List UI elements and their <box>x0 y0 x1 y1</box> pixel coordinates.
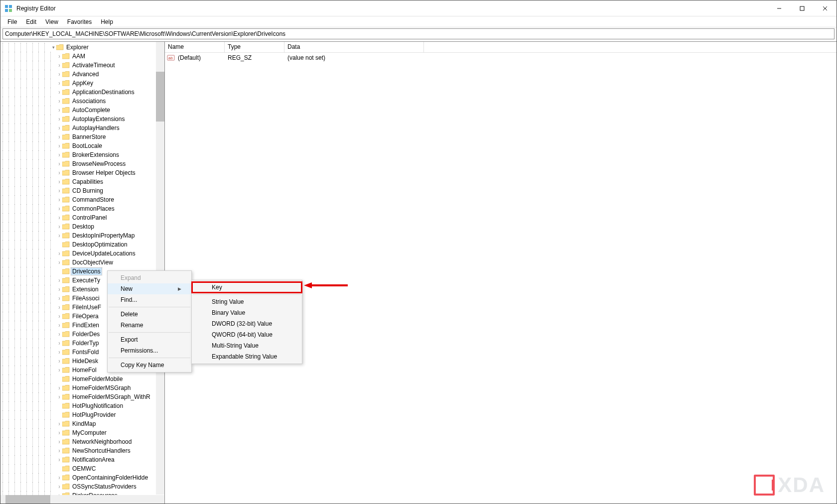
submenu-item[interactable]: Expandable String Value <box>192 351 302 362</box>
twisty-icon[interactable]: › <box>56 448 62 453</box>
twisty-icon[interactable]: › <box>56 63 62 68</box>
tree-node[interactable]: DesktopOptimization <box>2 240 164 249</box>
twisty-icon[interactable]: › <box>56 81 62 86</box>
twisty-icon[interactable]: › <box>56 161 62 166</box>
tree-node[interactable]: ›KindMap <box>2 419 164 428</box>
twisty-icon[interactable]: › <box>56 224 62 229</box>
twisty-icon[interactable]: › <box>56 54 62 59</box>
tree-node[interactable]: ›DocObjectView <box>2 258 164 267</box>
tree-node[interactable]: ›AutoplayHandlers <box>2 124 164 132</box>
column-name[interactable]: Name <box>165 42 225 52</box>
close-button[interactable] <box>814 0 837 16</box>
twisty-icon[interactable]: › <box>56 126 62 130</box>
submenu-item[interactable]: Binary Value <box>192 307 302 318</box>
tree-node[interactable]: ›ApplicationDestinations <box>2 88 164 97</box>
values-pane[interactable]: Name Type Data ab (Default) REG_SZ (valu… <box>165 42 837 504</box>
twisty-icon[interactable]: › <box>56 359 62 364</box>
twisty-icon[interactable]: › <box>56 206 62 211</box>
tree-node[interactable]: ›OpenContainingFolderHidde <box>2 473 164 482</box>
twisty-icon[interactable]: › <box>56 251 62 256</box>
submenu-item[interactable]: QWORD (64-bit) Value <box>192 329 302 340</box>
tree-node[interactable]: ›Advanced <box>2 70 164 79</box>
twisty-icon[interactable]: › <box>56 350 62 355</box>
twisty-icon[interactable]: › <box>56 143 62 148</box>
new-submenu[interactable]: KeyString ValueBinary ValueDWORD (32-bit… <box>191 280 302 364</box>
tree-node[interactable]: ›DesktopIniPropertyMap <box>2 231 164 240</box>
tree-vscroll-thumb[interactable] <box>156 72 164 122</box>
twisty-icon[interactable]: › <box>56 305 62 310</box>
twisty-icon[interactable]: › <box>56 188 62 193</box>
address-bar[interactable]: Computer\HKEY_LOCAL_MACHINE\SOFTWARE\Mic… <box>2 28 835 39</box>
twisty-icon[interactable]: › <box>56 341 62 346</box>
submenu-item[interactable]: DWORD (32-bit) Value <box>192 318 302 329</box>
tree-hscrollbar[interactable] <box>0 495 156 504</box>
twisty-icon[interactable]: › <box>56 278 62 283</box>
menu-file[interactable]: File <box>3 17 21 26</box>
minimize-button[interactable] <box>768 0 791 16</box>
tree-node[interactable]: ›AutoComplete <box>2 106 164 115</box>
twisty-icon[interactable]: › <box>56 332 62 337</box>
tree-node[interactable]: OEMWC <box>2 464 164 473</box>
twisty-icon[interactable]: › <box>56 430 62 435</box>
tree-node[interactable]: ›MyComputer <box>2 428 164 437</box>
twisty-icon[interactable]: › <box>56 394 62 399</box>
tree-node[interactable]: ›BannerStore <box>2 132 164 141</box>
submenu-item[interactable]: String Value <box>192 296 302 307</box>
twisty-icon[interactable]: › <box>56 179 62 184</box>
context-menu-item[interactable]: Permissions... <box>108 345 191 356</box>
value-row[interactable]: ab (Default) REG_SZ (value not set) <box>165 53 837 63</box>
twisty-icon[interactable]: › <box>56 421 62 426</box>
tree-node[interactable]: ›NotificationArea <box>2 455 164 464</box>
tree-node[interactable]: ›CommandStore <box>2 195 164 204</box>
context-menu-item[interactable]: Find... <box>108 294 191 305</box>
submenu-item[interactable]: Key <box>192 282 302 293</box>
tree-node[interactable]: ›NetworkNeighborhood <box>2 437 164 446</box>
tree-vscrollbar[interactable] <box>156 42 164 495</box>
tree-node[interactable]: ›Associations <box>2 97 164 106</box>
tree-node[interactable]: ›BootLocale <box>2 141 164 150</box>
context-menu-item[interactable]: Delete <box>108 309 191 320</box>
menu-help[interactable]: Help <box>97 17 117 26</box>
twisty-icon[interactable]: › <box>56 108 62 113</box>
tree-node[interactable]: ›Capabilities <box>2 177 164 186</box>
twisty-icon[interactable]: › <box>56 233 62 238</box>
twisty-icon[interactable]: › <box>56 215 62 220</box>
twisty-icon[interactable]: › <box>56 117 62 122</box>
tree-node[interactable]: HotPlugNotification <box>2 401 164 410</box>
twisty-expanded-icon[interactable]: ▾ <box>50 45 56 50</box>
tree-node[interactable]: ›HomeFolderMSGraph <box>2 383 164 392</box>
twisty-icon[interactable]: › <box>56 72 62 77</box>
menu-view[interactable]: View <box>41 17 62 26</box>
column-data[interactable]: Data <box>284 42 424 52</box>
twisty-icon[interactable]: › <box>56 368 62 373</box>
twisty-icon[interactable]: › <box>56 197 62 202</box>
twisty-icon[interactable]: › <box>56 152 62 157</box>
twisty-icon[interactable]: › <box>56 287 62 292</box>
tree-node[interactable]: ›AutoplayExtensions <box>2 115 164 124</box>
tree-node[interactable]: ›NewShortcutHandlers <box>2 446 164 455</box>
twisty-icon[interactable]: › <box>56 484 62 489</box>
twisty-icon[interactable]: › <box>56 385 62 390</box>
twisty-icon[interactable]: › <box>56 457 62 462</box>
tree-node[interactable]: ›DeviceUpdateLocations <box>2 249 164 258</box>
menu-favorites[interactable]: Favorites <box>63 17 96 26</box>
tree-node[interactable]: ›ControlPanel <box>2 213 164 222</box>
twisty-icon[interactable]: › <box>56 90 62 95</box>
twisty-icon[interactable]: › <box>56 134 62 139</box>
twisty-icon[interactable]: › <box>56 314 62 319</box>
tree-node[interactable]: ›BrokerExtensions <box>2 150 164 159</box>
twisty-icon[interactable]: › <box>56 170 62 175</box>
tree-node[interactable]: ›HomeFolderMSGraph_WithR <box>2 392 164 401</box>
tree-node[interactable]: ›Desktop <box>2 222 164 231</box>
context-menu[interactable]: ExpandNew▶Find...DeleteRenameExportPermi… <box>107 270 192 373</box>
context-menu-item[interactable]: Export <box>108 334 191 345</box>
context-menu-item[interactable]: New▶ <box>108 283 191 294</box>
twisty-icon[interactable]: › <box>56 296 62 301</box>
twisty-icon[interactable]: › <box>56 323 62 328</box>
tree-node[interactable]: ›Browser Helper Objects <box>2 168 164 177</box>
twisty-icon[interactable]: › <box>56 439 62 444</box>
tree-node[interactable]: ›ActivateTimeout <box>2 61 164 70</box>
tree-node[interactable]: HomeFolderMobile <box>2 375 164 383</box>
submenu-item[interactable]: Multi-String Value <box>192 340 302 351</box>
twisty-icon[interactable]: › <box>56 99 62 104</box>
